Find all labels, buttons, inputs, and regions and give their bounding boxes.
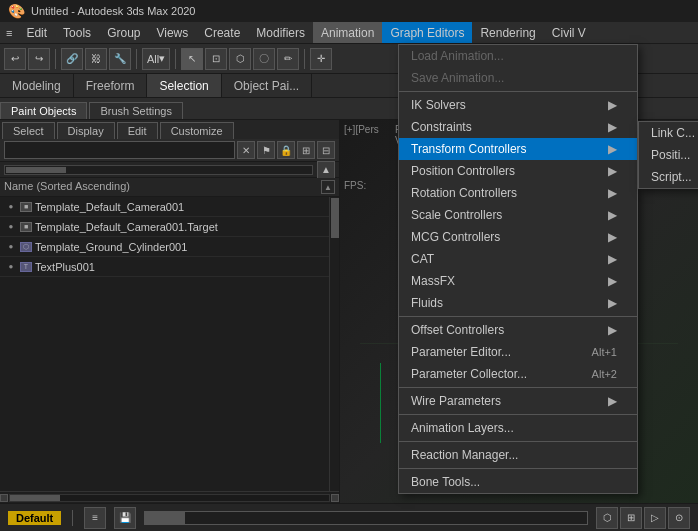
tree-scroll-thumb[interactable] xyxy=(331,198,339,238)
select-lasso-button[interactable]: 〇 xyxy=(253,48,275,70)
scene-tab-edit[interactable]: Edit xyxy=(117,122,158,139)
tab-object-paint[interactable]: Object Pai... xyxy=(222,74,312,97)
filter-lock-btn[interactable]: 🔒 xyxy=(277,141,295,159)
scene-explorer-panel: Select Display Edit Customize ✕ ⚑ 🔒 ⊞ ⊟ … xyxy=(0,120,340,503)
tab-modeling[interactable]: Modeling xyxy=(0,74,74,97)
title-bar: 🎨 Untitled - Autodesk 3ds Max 2020 xyxy=(0,0,698,22)
tab-selection[interactable]: Selection xyxy=(147,74,221,97)
col-name-label: Name (Sorted Ascending) xyxy=(4,180,130,194)
menu-create[interactable]: Create xyxy=(196,22,248,43)
scene-tab-display[interactable]: Display xyxy=(57,122,115,139)
menu-views[interactable]: Views xyxy=(148,22,196,43)
tree-item-cylinder001[interactable]: ● ⬡ Template_Ground_Cylinder001 xyxy=(0,237,329,257)
paint-tabs: Paint Objects Brush Settings xyxy=(0,98,698,120)
scene-filter-input[interactable] xyxy=(4,141,235,159)
status-bar: Default ≡ 💾 ⬡ ⊞ ▷ ⊙ xyxy=(0,503,698,531)
menu-civil[interactable]: Civil V xyxy=(544,22,594,43)
select-fence-button[interactable]: ⬡ xyxy=(229,48,251,70)
tree-scrollbar[interactable] xyxy=(329,197,339,491)
tree-item-camera001[interactable]: ● ■ Template_Default_Camera001 xyxy=(0,197,329,217)
scene-filter-bar: ✕ ⚑ 🔒 ⊞ ⊟ xyxy=(0,139,339,162)
main-content: Select Display Edit Customize ✕ ⚑ 🔒 ⊞ ⊟ … xyxy=(0,120,698,503)
fps-label: FPS: xyxy=(344,180,366,191)
text-icon-1: T xyxy=(20,262,32,272)
select-region-button[interactable]: ⊡ xyxy=(205,48,227,70)
filter-option2-btn[interactable]: ⊞ xyxy=(297,141,315,159)
menu-rendering[interactable]: Rendering xyxy=(472,22,543,43)
viewport-area: [+][Pers Polys: Verts: FPS: xyxy=(340,120,698,503)
tree-item-label-2: Template_Default_Camera001.Target xyxy=(35,221,218,233)
visibility-icon-4: ● xyxy=(4,260,18,274)
tree-item-label-4: TextPlus001 xyxy=(35,261,95,273)
menu-animation[interactable]: Animation xyxy=(313,22,382,43)
viewport-label: [+][Pers xyxy=(344,124,379,135)
tab-brush-settings[interactable]: Brush Settings xyxy=(89,102,183,119)
filter-option1-btn[interactable]: ⚑ xyxy=(257,141,275,159)
save-btn[interactable]: 💾 xyxy=(114,507,136,529)
menu-tools[interactable]: Tools xyxy=(55,22,99,43)
undo-button[interactable]: ↩ xyxy=(4,48,26,70)
visibility-icon-2: ● xyxy=(4,220,18,234)
tree-item-label-3: Template_Ground_Cylinder001 xyxy=(35,241,187,253)
cam-icon-2: ■ xyxy=(20,222,32,232)
tree-item-textplus001[interactable]: ● T TextPlus001 xyxy=(0,257,329,277)
menu-graph-editors[interactable]: Graph Editors xyxy=(382,22,472,43)
bind-button[interactable]: 🔧 xyxy=(109,48,131,70)
sub-toolbar: Modeling Freeform Selection Object Pai..… xyxy=(0,74,698,98)
menu-edit[interactable]: Edit xyxy=(18,22,55,43)
scroll-right-btn[interactable] xyxy=(331,494,339,502)
polys-label: Polys: Verts: xyxy=(395,124,422,146)
scroll-left-btn[interactable] xyxy=(0,494,8,502)
visibility-icon-3: ● xyxy=(4,240,18,254)
redo-button[interactable]: ↪ xyxy=(28,48,50,70)
unlink-button[interactable]: ⛓ xyxy=(85,48,107,70)
tree-item-label: Template_Default_Camera001 xyxy=(35,201,184,213)
scroll-up-btn[interactable]: ▲ xyxy=(317,161,335,179)
paint-select-button[interactable]: ✏ xyxy=(277,48,299,70)
move-button[interactable]: ✛ xyxy=(310,48,332,70)
layer-icon[interactable]: ≡ xyxy=(84,507,106,529)
filter-dropdown[interactable]: All ▾ xyxy=(142,48,170,70)
title-text: Untitled - Autodesk 3ds Max 2020 xyxy=(31,5,195,17)
select-link-button[interactable]: 🔗 xyxy=(61,48,83,70)
sort-btn[interactable]: ▲ xyxy=(321,180,335,194)
tree-item-camera001-target[interactable]: ● ■ Template_Default_Camera001.Target xyxy=(0,217,329,237)
menu-group[interactable]: Group xyxy=(99,22,148,43)
cam-icon-1: ■ xyxy=(20,202,32,212)
filter-option3-btn[interactable]: ⊟ xyxy=(317,141,335,159)
tab-freeform[interactable]: Freeform xyxy=(74,74,148,97)
menu-bar: ≡ Edit Tools Group Views Create Modifier… xyxy=(0,22,698,44)
status-default-label: Default xyxy=(8,511,61,525)
nav-btn-3[interactable]: ▷ xyxy=(644,507,666,529)
tab-paint-objects[interactable]: Paint Objects xyxy=(0,102,87,119)
h-scrollbar[interactable] xyxy=(144,511,588,525)
select-button[interactable]: ↖ xyxy=(181,48,203,70)
visibility-icon: ● xyxy=(4,200,18,214)
filter-clear-btn[interactable]: ✕ xyxy=(237,141,255,159)
menu-modifiers[interactable]: Modifiers xyxy=(248,22,313,43)
nav-btn-1[interactable]: ⬡ xyxy=(596,507,618,529)
nav-btn-2[interactable]: ⊞ xyxy=(620,507,642,529)
mesh-icon-1: ⬡ xyxy=(20,242,32,252)
scene-tab-select[interactable]: Select xyxy=(2,122,55,139)
nav-btn-4[interactable]: ⊙ xyxy=(668,507,690,529)
menu-file[interactable]: ≡ xyxy=(0,22,18,43)
scene-tabs: Select Display Edit Customize xyxy=(0,120,339,139)
scene-tab-customize[interactable]: Customize xyxy=(160,122,234,139)
toolbar-area: ↩ ↪ 🔗 ⛓ 🔧 All ▾ ↖ ⊡ ⬡ 〇 ✏ ✛ xyxy=(0,44,698,74)
scene-tree: ● ■ Template_Default_Camera001 ● ■ Templ… xyxy=(0,197,329,491)
app-icon: 🎨 xyxy=(8,3,25,19)
col-header: Name (Sorted Ascending) ▲ xyxy=(0,178,339,197)
